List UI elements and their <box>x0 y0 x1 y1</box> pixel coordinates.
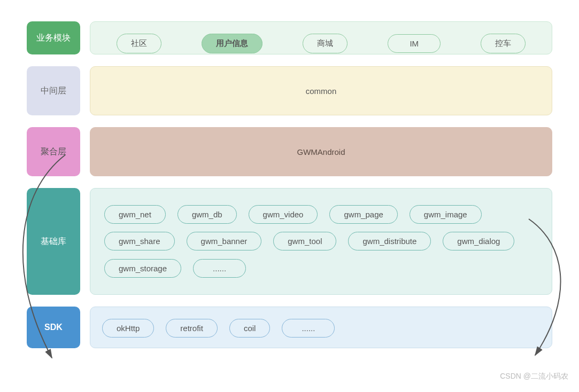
sdk-item-more[interactable]: ...... <box>282 319 335 338</box>
label-base: 基础库 <box>27 188 80 295</box>
base-item[interactable]: gwm_storage <box>104 259 181 278</box>
business-content: 社区 用户信息 商城 IM 控车 <box>90 21 552 54</box>
base-item[interactable]: gwm_distribute <box>348 232 431 250</box>
base-item[interactable]: gwm_tool <box>273 232 336 250</box>
base-item[interactable]: gwm_dialog <box>443 232 514 250</box>
biz-item-userinfo[interactable]: 用户信息 <box>202 34 263 53</box>
layer-aggregate: 聚合层 GWMAndroid <box>27 127 552 176</box>
watermark: CSDN @二流小码农 <box>500 372 568 381</box>
label-business: 业务模块 <box>27 21 80 54</box>
sdk-item[interactable]: okHttp <box>102 319 154 338</box>
layer-sdk: SDK okHttp retrofit coil ...... <box>27 307 552 348</box>
label-middle: 中间层 <box>27 66 80 115</box>
aggregate-text: GWMAndroid <box>297 147 345 156</box>
layer-middle: 中间层 common <box>27 66 552 115</box>
base-item[interactable]: gwm_video <box>249 205 318 224</box>
base-item[interactable]: gwm_share <box>104 232 175 250</box>
base-item[interactable]: gwm_net <box>104 205 166 224</box>
base-item[interactable]: gwm_db <box>177 205 237 224</box>
layer-base: 基础库 gwm_net gwm_db gwm_video gwm_page gw… <box>27 188 552 295</box>
label-sdk: SDK <box>27 307 80 348</box>
base-item[interactable]: gwm_image <box>410 205 482 224</box>
layer-business: 业务模块 社区 用户信息 商城 IM 控车 <box>27 21 552 54</box>
sdk-item[interactable]: coil <box>229 319 271 338</box>
base-item-more[interactable]: ...... <box>193 259 246 278</box>
base-item[interactable]: gwm_banner <box>187 232 262 250</box>
biz-item-im[interactable]: IM <box>388 34 441 53</box>
base-content: gwm_net gwm_db gwm_video gwm_page gwm_im… <box>90 188 552 295</box>
sdk-content: okHttp retrofit coil ...... <box>90 307 552 348</box>
biz-item-mall[interactable]: 商城 <box>303 34 348 53</box>
biz-item-community[interactable]: 社区 <box>117 34 161 53</box>
middle-content: common <box>90 66 552 115</box>
sdk-item[interactable]: retrofit <box>166 319 218 338</box>
middle-text: common <box>306 87 337 96</box>
biz-item-car[interactable]: 控车 <box>481 34 526 53</box>
base-item[interactable]: gwm_page <box>329 205 397 224</box>
label-aggregate: 聚合层 <box>27 127 80 176</box>
aggregate-content: GWMAndroid <box>90 127 552 176</box>
